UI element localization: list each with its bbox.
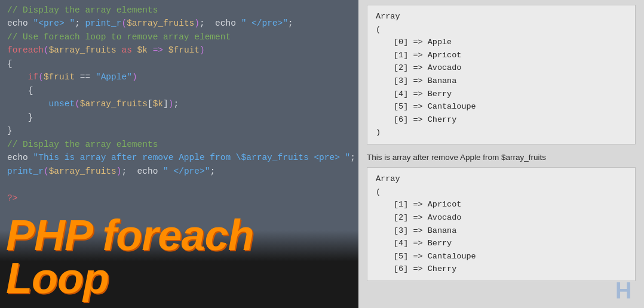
output-message: This is array after remove Apple from $a…	[367, 152, 636, 164]
code-line: foreach($array_fruits as $k => $fruit)	[7, 44, 351, 57]
code-token: " </pre>"	[163, 167, 210, 176]
code-token: ;	[350, 153, 355, 162]
code-line: {	[7, 84, 351, 97]
array1-item: [6] => Cherry	[394, 113, 627, 127]
array1-item: [1] => Apricot	[394, 49, 627, 62]
array1-close: )	[376, 126, 627, 139]
code-token: (	[44, 167, 49, 176]
code-token: {	[7, 86, 33, 96]
code-token: {	[7, 59, 13, 69]
code-token: (	[38, 72, 44, 82]
watermark: H	[614, 278, 639, 303]
array2-item: [3] => Banana	[394, 224, 627, 238]
code-token: (	[75, 99, 80, 109]
code-token: "<pre> "	[33, 19, 75, 28]
code-token: if	[7, 72, 38, 82]
code-line: echo "<pre> "; print_r($array_fruits); e…	[7, 17, 351, 30]
code-token: }	[7, 113, 33, 122]
code-token: (	[121, 19, 127, 28]
code-lines: // Display the array elementsecho "<pre>…	[7, 4, 351, 205]
code-token: ; echo	[200, 19, 241, 28]
title-overlay: PHP foreach Loop	[0, 230, 358, 308]
code-line: // Display the array elements	[7, 4, 351, 17]
code-token: ;	[210, 167, 215, 176]
code-token: "This is array after remove Apple from \…	[33, 153, 351, 162]
array2-header: Array	[376, 173, 627, 186]
code-line: }	[7, 124, 351, 137]
code-token: ;	[173, 99, 179, 109]
code-line: print_r($array_fruits); echo " </pre>";	[7, 165, 351, 178]
code-token: "Apple"	[96, 72, 132, 82]
code-token: // Use foreach loop to remove array elem…	[7, 32, 231, 42]
code-line: echo "This is array after remove Apple f…	[7, 151, 351, 164]
code-token: $k	[153, 99, 163, 109]
array1-header: Array	[376, 10, 627, 23]
code-token: ;	[75, 19, 85, 28]
array1-item: [3] => Banana	[394, 75, 627, 88]
code-line: }	[7, 111, 351, 124]
code-line: // Display the array elements	[7, 138, 351, 151]
code-token: $fruit	[168, 45, 200, 55]
array1-output: Array ( [0] => Apple[1] => Apricot[2] =>…	[367, 5, 636, 144]
array1-item: [2] => Avocado	[394, 61, 627, 75]
code-token: }	[7, 126, 13, 135]
array1-items: [0] => Apple[1] => Apricot[2] => Avocado…	[376, 36, 627, 126]
code-token: =>	[148, 45, 168, 55]
code-token: $k	[137, 45, 148, 55]
code-token: $array_fruits	[80, 99, 148, 109]
array2-item: [5] => Cantaloupe	[394, 250, 627, 263]
array1-item: [5] => Cantaloupe	[394, 100, 627, 113]
code-token: foreach	[7, 45, 44, 55]
code-panel: // Display the array elementsecho "<pre>…	[0, 0, 358, 308]
code-token: )	[194, 19, 200, 28]
code-token: $array_fruits	[49, 167, 116, 176]
code-line: if($fruit == "Apple")	[7, 70, 351, 84]
code-token: )	[132, 72, 137, 82]
code-token: )	[200, 45, 205, 55]
array2-item: [4] => Berry	[394, 237, 627, 250]
code-token: [	[148, 99, 153, 109]
code-token: ]	[163, 99, 168, 109]
code-token: // Display the array elements	[7, 140, 158, 149]
array1-item: [0] => Apple	[394, 36, 627, 49]
code-token: unset	[7, 99, 75, 109]
array2-items: [1] => Apricot[2] => Avocado[3] => Banan…	[376, 198, 627, 276]
array2-item: [1] => Apricot	[394, 198, 627, 211]
code-token: ;	[288, 19, 293, 28]
array2-item: [2] => Avocado	[394, 211, 627, 224]
code-line: unset($array_fruits[$k]);	[7, 97, 351, 110]
code-token: print_r	[7, 167, 44, 176]
code-token: print_r	[85, 19, 122, 28]
code-line: {	[7, 57, 351, 70]
code-line	[7, 178, 351, 191]
code-token: ==	[75, 72, 96, 82]
array2-output: Array ( [1] => Apricot[2] => Avocado[3] …	[367, 167, 636, 281]
code-token: ; echo	[121, 167, 163, 176]
array2-item: [6] => Cherry	[394, 263, 627, 276]
code-token: $array_fruits	[49, 45, 116, 55]
code-token: (	[44, 45, 49, 55]
code-token: // Display the array elements	[7, 5, 158, 15]
code-token: $fruit	[44, 72, 75, 82]
code-token: as	[116, 45, 137, 55]
code-token: " </pre>"	[241, 19, 288, 28]
page-title: PHP foreach Loop	[6, 214, 358, 300]
main-container: // Display the array elementsecho "<pre>…	[0, 0, 644, 308]
code-token: echo	[7, 19, 33, 28]
output-panel: Array ( [0] => Apple[1] => Apricot[2] =>…	[358, 0, 644, 308]
code-line: // Use foreach loop to remove array elem…	[7, 30, 351, 44]
code-token: $array_fruits	[127, 19, 194, 28]
code-token: echo	[7, 153, 33, 162]
svg-text:H: H	[615, 278, 631, 303]
code-line: ?>	[7, 192, 351, 205]
array2-open: (	[376, 186, 627, 199]
array1-open: (	[376, 23, 627, 36]
code-token: ?>	[7, 193, 17, 203]
array1-item: [4] => Berry	[394, 88, 627, 101]
